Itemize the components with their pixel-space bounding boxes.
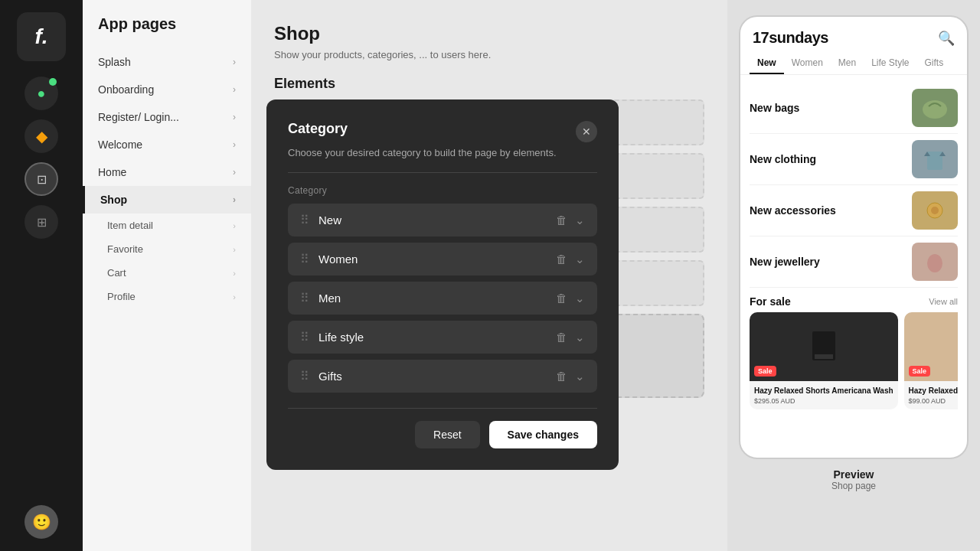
- sale-card-item1[interactable]: Sale Hazy Relaxed Shorts Americana Wash …: [750, 312, 898, 409]
- category-actions: 🗑 ⌄: [556, 292, 585, 305]
- modal-divider: [288, 172, 597, 173]
- expand-category-button[interactable]: ⌄: [575, 253, 585, 266]
- theme-icon[interactable]: ◆: [24, 119, 58, 153]
- modal-description: Choose your desired category to build th…: [288, 147, 597, 158]
- category-item-life-style[interactable]: ⠿ Life style 🗑 ⌄: [288, 321, 597, 354]
- tab-men[interactable]: Men: [831, 53, 864, 74]
- icon-bar: f. ● ◆ ⊡ ⊞ 🙂: [0, 0, 83, 551]
- sidebar-item-register-login[interactable]: Register/ Login... ›: [83, 103, 251, 131]
- layers-icon[interactable]: ⊞: [24, 205, 58, 239]
- delete-category-button[interactable]: 🗑: [556, 214, 567, 227]
- chevron-right-icon: ›: [233, 57, 236, 67]
- svg-point-3: [931, 207, 939, 214]
- category-name-gifts: Gifts: [318, 370, 556, 383]
- modal-header: Category ✕: [288, 121, 597, 142]
- product-row-accessories[interactable]: New accessories: [750, 185, 958, 236]
- delete-category-button[interactable]: 🗑: [556, 253, 567, 266]
- product-row-jewellery[interactable]: New jewellery: [750, 236, 958, 288]
- product-image-clothing: [912, 140, 958, 178]
- sale-card-image-2: Sale: [904, 312, 958, 381]
- sidebar-item-welcome[interactable]: Welcome ›: [83, 131, 251, 158]
- modal-title: Category: [288, 121, 348, 137]
- sale-card-name-1: Hazy Relaxed Shorts Americana Wash: [754, 386, 893, 396]
- modal-close-button[interactable]: ✕: [576, 121, 597, 142]
- tab-new[interactable]: New: [750, 53, 784, 74]
- device-icon[interactable]: ⊡: [24, 162, 58, 196]
- phone-frame: 17sundays 🔍 New Women Men Life Style Gif…: [739, 15, 969, 459]
- product-name-accessories: New accessories: [750, 204, 836, 217]
- main-content: Shop Show your products, categories, ...…: [251, 0, 727, 551]
- chevron-right-icon: ›: [233, 84, 236, 95]
- sidebar-item-onboarding[interactable]: Onboarding ›: [83, 76, 251, 103]
- chevron-right-icon: ›: [233, 194, 236, 205]
- search-icon[interactable]: 🔍: [938, 30, 955, 47]
- sale-card-info-2: Hazy Relaxed Shorts - Vintage Black $99.…: [904, 381, 958, 409]
- sidebar-item-home[interactable]: Home ›: [83, 158, 251, 186]
- sidebar-item-cart[interactable]: Cart ›: [83, 261, 251, 285]
- product-row-bags[interactable]: New bags: [750, 83, 958, 134]
- sidebar-title: App pages: [83, 15, 251, 48]
- sale-card-name-2: Hazy Relaxed Shorts - Vintage Black: [909, 386, 958, 396]
- drag-handle-icon: ⠿: [300, 252, 309, 266]
- tab-women[interactable]: Women: [784, 53, 831, 74]
- category-actions: 🗑 ⌄: [556, 331, 585, 344]
- category-item-new[interactable]: ⠿ New 🗑 ⌄: [288, 204, 597, 236]
- category-name-men: Men: [318, 292, 556, 305]
- category-modal: Category ✕ Choose your desired category …: [266, 99, 619, 470]
- chevron-right-icon: ›: [233, 167, 236, 178]
- modal-footer: Reset Save changes: [288, 408, 597, 448]
- notification-icon[interactable]: ●: [24, 77, 58, 110]
- for-sale-title: For sale: [750, 295, 791, 308]
- sale-card-item2[interactable]: Sale Hazy Relaxed Shorts - Vintage Black…: [904, 312, 958, 409]
- sidebar-item-item-detail[interactable]: Item detail ›: [83, 214, 251, 237]
- sidebar-item-favorite[interactable]: Favorite ›: [83, 237, 251, 261]
- modal-category-label: Category: [288, 185, 597, 196]
- sidebar-item-profile[interactable]: Profile ›: [83, 285, 251, 308]
- expand-category-button[interactable]: ⌄: [575, 370, 585, 383]
- page-title: Shop: [274, 23, 704, 44]
- category-actions: 🗑 ⌄: [556, 214, 585, 227]
- category-name-life-style: Life style: [318, 331, 556, 344]
- chevron-right-icon: ›: [233, 269, 236, 278]
- sidebar-item-shop[interactable]: Shop ›: [83, 186, 251, 214]
- expand-category-button[interactable]: ⌄: [575, 331, 585, 344]
- category-item-gifts[interactable]: ⠿ Gifts 🗑 ⌄: [288, 360, 597, 393]
- category-item-men[interactable]: ⠿ Men 🗑 ⌄: [288, 282, 597, 315]
- app-logo[interactable]: f.: [17, 12, 66, 61]
- product-image-accessories: [912, 191, 958, 230]
- elements-title: Elements: [274, 76, 704, 92]
- expand-category-button[interactable]: ⌄: [575, 214, 585, 227]
- category-item-women[interactable]: ⠿ Women 🗑 ⌄: [288, 243, 597, 276]
- product-name-bags: New bags: [750, 102, 799, 114]
- delete-category-button[interactable]: 🗑: [556, 331, 567, 344]
- category-name-new: New: [318, 214, 556, 227]
- chevron-right-icon: ›: [233, 292, 236, 302]
- product-image-bags: [912, 89, 958, 127]
- sale-badge: Sale: [909, 366, 931, 377]
- product-image-jewellery: [912, 243, 958, 281]
- sidebar-item-splash[interactable]: Splash ›: [83, 48, 251, 76]
- for-sale-header: For sale View all: [750, 288, 958, 312]
- drag-handle-icon: ⠿: [300, 291, 309, 305]
- preview-label: Preview Shop page: [831, 468, 876, 491]
- drag-handle-icon: ⠿: [300, 213, 309, 227]
- reset-button[interactable]: Reset: [415, 421, 480, 448]
- product-name-clothing: New clothing: [750, 153, 816, 165]
- product-row-clothing[interactable]: New clothing: [750, 134, 958, 185]
- phone-content: New bags New clothing: [740, 75, 967, 417]
- view-all-link[interactable]: View all: [929, 297, 958, 306]
- category-actions: 🗑 ⌄: [556, 253, 585, 266]
- category-name-women: Women: [318, 253, 556, 266]
- sale-badge: Sale: [754, 366, 776, 377]
- save-changes-button[interactable]: Save changes: [489, 421, 597, 448]
- phone-brand: 17sundays: [753, 29, 828, 47]
- tab-gifts[interactable]: Gifts: [917, 53, 952, 74]
- user-avatar[interactable]: 🙂: [24, 505, 58, 539]
- delete-category-button[interactable]: 🗑: [556, 370, 567, 383]
- sale-card-price-1: $295.05 AUD: [754, 397, 893, 405]
- drag-handle-icon: ⠿: [300, 330, 309, 344]
- chevron-right-icon: ›: [233, 245, 236, 254]
- delete-category-button[interactable]: 🗑: [556, 292, 567, 305]
- tab-life-style[interactable]: Life Style: [864, 53, 916, 74]
- expand-category-button[interactable]: ⌄: [575, 292, 585, 305]
